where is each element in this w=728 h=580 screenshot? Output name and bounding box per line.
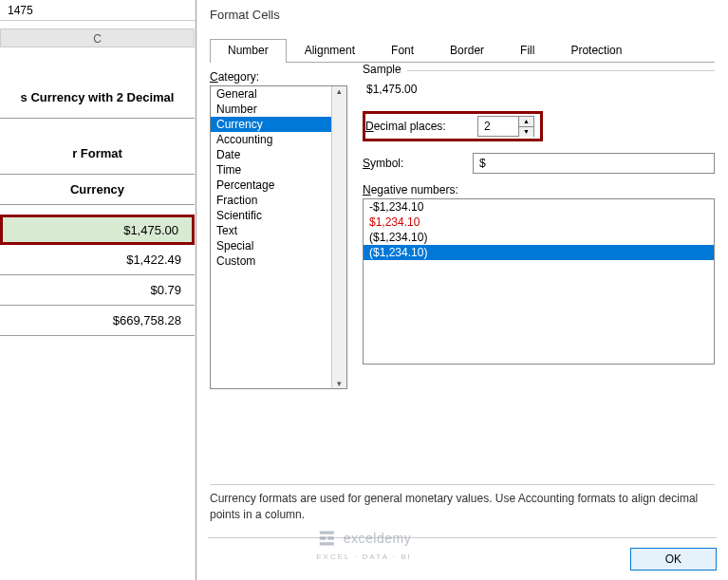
symbol-value: $ xyxy=(479,157,486,170)
tab-alignment[interactable]: Alignment xyxy=(287,39,373,63)
sheet-cell[interactable]: $669,758.28 xyxy=(0,306,195,336)
negative-item-selected[interactable]: ($1,234.10) xyxy=(364,245,714,260)
format-cells-dialog: Format Cells Number Alignment Font Borde… xyxy=(196,0,728,580)
ok-button[interactable]: OK xyxy=(630,548,717,571)
sheet-cell-selected[interactable]: $1,475.00 xyxy=(0,215,195,245)
category-item[interactable]: Accounting xyxy=(211,132,346,147)
spinner-down-icon[interactable]: ▼ xyxy=(519,127,533,137)
negative-item[interactable]: $1,234.10 xyxy=(364,215,714,230)
decimal-places-input[interactable] xyxy=(478,117,518,136)
category-item[interactable]: Special xyxy=(211,238,346,253)
spinner-up-icon[interactable]: ▲ xyxy=(519,117,533,127)
negative-item[interactable]: ($1,234.10) xyxy=(364,230,714,245)
column-header-c[interactable]: C xyxy=(0,28,195,47)
sample-label: Sample xyxy=(363,63,407,76)
decimal-places-emphasis: Decimal places: ▲ ▼ xyxy=(363,111,543,141)
watermark-brand: exceldemy xyxy=(344,531,411,546)
category-item[interactable]: General xyxy=(211,86,346,102)
sheet-cell[interactable]: $1,422.49 xyxy=(0,245,195,275)
category-item[interactable]: Fraction xyxy=(211,193,346,208)
watermark: exceldemy xyxy=(317,529,411,548)
negative-list[interactable]: -$1,234.10 $1,234.10 ($1,234.10) ($1,234… xyxy=(363,198,715,365)
category-label: Category: xyxy=(210,70,347,84)
logo-icon xyxy=(317,529,336,548)
formula-value: 1475 xyxy=(8,4,33,17)
tab-protection[interactable]: Protection xyxy=(552,39,640,63)
sheet-cell[interactable]: $0.79 xyxy=(0,275,195,306)
description-text: Currency formats are used for general mo… xyxy=(210,484,715,523)
sheet-title-2[interactable]: r Format xyxy=(0,132,195,175)
symbol-label: Symbol: xyxy=(363,157,467,170)
sheet-header[interactable]: Currency xyxy=(0,175,195,205)
tab-number[interactable]: Number xyxy=(210,39,287,63)
decimal-places-spinner[interactable]: ▲ ▼ xyxy=(477,116,534,137)
category-item[interactable]: Time xyxy=(211,162,346,178)
tab-font[interactable]: Font xyxy=(373,39,432,63)
negative-item[interactable]: -$1,234.10 xyxy=(364,199,714,215)
decimal-places-label: Decimal places: xyxy=(365,120,470,133)
negative-label: Negative numbers: xyxy=(363,183,715,196)
category-item[interactable]: Number xyxy=(211,102,346,117)
tabstrip: Number Alignment Font Border Fill Protec… xyxy=(210,38,715,63)
dialog-title: Format Cells xyxy=(196,0,728,30)
category-item-selected[interactable]: Currency xyxy=(211,117,346,132)
sheet-title-1[interactable]: s Currency with 2 Decimal xyxy=(0,76,195,119)
worksheet: s Currency with 2 Decimal r Format Curre… xyxy=(0,47,195,336)
category-item[interactable]: Text xyxy=(211,223,346,238)
category-item[interactable]: Scientific xyxy=(211,208,346,223)
tab-fill[interactable]: Fill xyxy=(502,39,552,63)
category-item[interactable]: Percentage xyxy=(211,178,346,193)
tab-border[interactable]: Border xyxy=(432,39,502,63)
scrollbar[interactable] xyxy=(331,86,346,388)
sample-value: $1,475.00 xyxy=(363,83,715,96)
watermark-sub: EXCEL · DATA · BI xyxy=(316,552,412,561)
category-item[interactable]: Date xyxy=(211,147,346,162)
category-list[interactable]: General Number Currency Accounting Date … xyxy=(210,85,347,389)
symbol-select[interactable]: $ xyxy=(473,153,715,174)
category-item[interactable]: Custom xyxy=(211,253,346,269)
